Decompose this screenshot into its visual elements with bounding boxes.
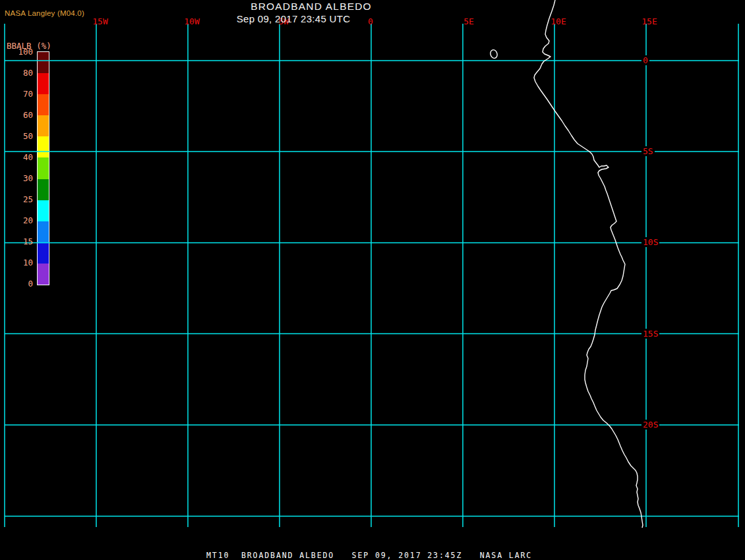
colorbar-tick-label: 30 [0,174,33,182]
timestamp-subtitle: Sep 09, 2017 23:45 UTC [237,13,351,24]
latitude-label: 5S [641,146,655,156]
longitude-label: 10W [184,17,199,26]
longitude-label: 5E [463,17,474,26]
page-title: BROADBAND ALBEDO [251,1,372,13]
colorbar-tick-label: 10 [0,258,33,267]
albedo-map-view: NASA Langley (M04.0) BROADBAND ALBEDO Se… [0,0,745,560]
colorbar-tick-label: 50 [0,132,33,140]
colorbar-tick-label: 20 [0,216,33,225]
longitude-label: 15E [641,17,657,26]
colorbar-tick-label: 0 [0,279,33,288]
longitude-label: 10E [551,17,566,26]
colorbar-tick-label: 60 [0,111,33,119]
latitude-label: 0 [641,55,649,65]
africa-coastline [534,0,643,528]
footer-caption: MT10 BROADBAND ALBEDO SEP 09, 2017 23:45… [206,551,532,560]
latitude-label: 10S [641,237,659,247]
nasa-langley-credit: NASA Langley (M04.0) [5,9,84,17]
colorbar-tick-label: 40 [0,153,33,161]
colorbar-tick-label: 80 [0,69,33,77]
colorbar-tick-label: 25 [0,195,33,204]
colorbar-tick-label: 15 [0,237,33,246]
colorbar-tick-label: 100 [0,47,33,56]
map-canvas [0,0,745,560]
island-outline [489,49,498,59]
latitude-label: 15S [641,329,659,339]
longitude-label: 15W [92,17,107,26]
latitude-label: 20S [641,420,659,430]
longitude-label: 0 [368,17,373,26]
colorbar-tick-label: 70 [0,90,33,98]
